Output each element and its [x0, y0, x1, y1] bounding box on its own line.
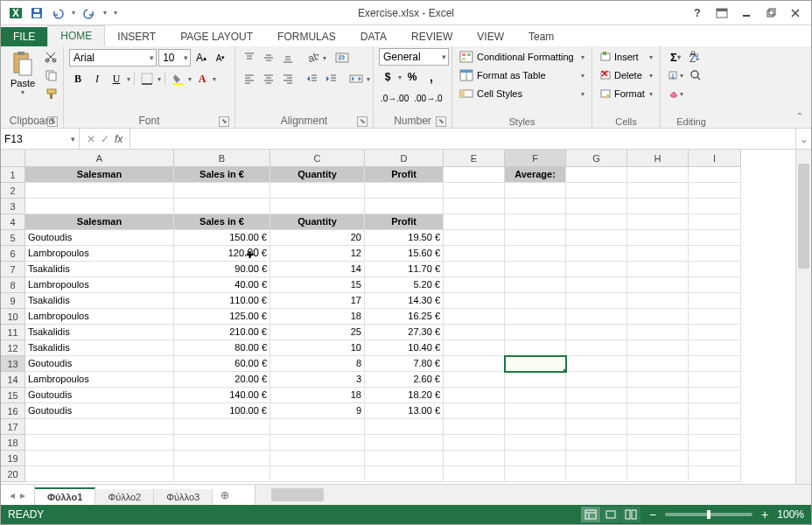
- row-header-16[interactable]: 16: [1, 403, 25, 419]
- cell-B10[interactable]: 125.00 €: [174, 309, 270, 325]
- collapse-ribbon-button[interactable]: ˆ: [792, 110, 808, 126]
- underline-button[interactable]: U: [108, 70, 125, 88]
- align-bottom-button[interactable]: [279, 49, 297, 66]
- cell-C3[interactable]: [270, 199, 365, 214]
- select-all-corner[interactable]: [1, 150, 25, 167]
- tab-formulas[interactable]: FORMULAS: [265, 27, 348, 46]
- cell-C13[interactable]: 8: [270, 356, 365, 372]
- row-header-4[interactable]: 4: [1, 214, 25, 230]
- cell-F16[interactable]: [505, 403, 566, 419]
- row-header-11[interactable]: 11: [1, 325, 25, 340]
- name-box[interactable]: F13▾: [1, 129, 80, 149]
- decrease-decimal-button[interactable]: .00→.0: [412, 89, 444, 107]
- format-painter-button[interactable]: [43, 85, 60, 102]
- excel-icon[interactable]: X: [6, 4, 25, 23]
- column-header-B[interactable]: B: [174, 150, 270, 167]
- fill-button[interactable]: ▾: [666, 66, 685, 84]
- cell-G1[interactable]: [566, 167, 627, 183]
- cut-button[interactable]: [43, 48, 60, 66]
- cell-A1[interactable]: Salesman: [25, 167, 174, 183]
- cell-A19[interactable]: [25, 451, 174, 466]
- cell-G16[interactable]: [566, 403, 627, 419]
- cell-D15[interactable]: 18.20 €: [365, 388, 444, 403]
- cell-F7[interactable]: [505, 262, 566, 277]
- cell-C18[interactable]: [270, 435, 365, 451]
- bold-button[interactable]: B: [69, 70, 87, 88]
- cell-H13[interactable]: [627, 356, 689, 372]
- cell-G2[interactable]: [566, 183, 627, 199]
- format-cells-button[interactable]: Format▾: [598, 85, 654, 102]
- cell-C8[interactable]: 15: [270, 277, 365, 293]
- normal-view-button[interactable]: [581, 507, 600, 522]
- row-header-3[interactable]: 3: [1, 199, 25, 214]
- column-header-H[interactable]: H: [627, 150, 689, 167]
- cell-H6[interactable]: [627, 246, 689, 262]
- cell-G20[interactable]: [566, 466, 627, 482]
- cell-F15[interactable]: [505, 388, 566, 403]
- cell-I14[interactable]: [689, 372, 741, 388]
- align-middle-button[interactable]: [260, 49, 277, 66]
- row-header-12[interactable]: 12: [1, 340, 25, 356]
- cell-D9[interactable]: 14.30 €: [365, 293, 444, 309]
- cell-H11[interactable]: [627, 325, 689, 340]
- cell-B2[interactable]: [174, 183, 270, 199]
- cell-A20[interactable]: [25, 466, 174, 482]
- cell-G17[interactable]: [566, 419, 627, 435]
- row-headers[interactable]: 1234567891011121314151617181920: [1, 167, 25, 484]
- cell-E3[interactable]: [444, 199, 505, 214]
- cells-area[interactable]: SalesmanSales in €QuantityProfitAverage:…: [25, 167, 795, 484]
- decrease-font-button[interactable]: A▾: [212, 49, 229, 66]
- cell-D13[interactable]: 7.80 €: [365, 356, 444, 372]
- sheet-prev-icon[interactable]: ◂: [10, 489, 15, 501]
- cell-I4[interactable]: [689, 214, 741, 230]
- cell-D3[interactable]: [365, 199, 444, 214]
- cell-G14[interactable]: [566, 372, 627, 388]
- sheet-tab-Φύλλο3[interactable]: Φύλλο3: [154, 489, 213, 505]
- italic-button[interactable]: I: [88, 70, 106, 88]
- cell-H12[interactable]: [627, 340, 689, 356]
- cell-H20[interactable]: [627, 466, 689, 482]
- cell-G13[interactable]: [566, 356, 627, 372]
- cell-E1[interactable]: [444, 167, 505, 183]
- cell-A4[interactable]: Salesman: [25, 214, 174, 230]
- cell-C5[interactable]: 20: [270, 230, 365, 246]
- font-dialog-launcher[interactable]: ⬊: [219, 116, 229, 127]
- cell-B14[interactable]: 20.00 €: [174, 372, 270, 388]
- cell-A5[interactable]: Goutoudis: [25, 230, 174, 246]
- cell-H2[interactable]: [627, 183, 689, 199]
- column-header-F[interactable]: F: [505, 150, 566, 167]
- cell-E11[interactable]: [444, 325, 505, 340]
- tab-review[interactable]: REVIEW: [399, 27, 465, 46]
- cell-I18[interactable]: [689, 435, 741, 451]
- cell-F2[interactable]: [505, 183, 566, 199]
- font-size-combo[interactable]: 10▾: [158, 49, 191, 66]
- cell-D5[interactable]: 19.50 €: [365, 230, 444, 246]
- add-sheet-button[interactable]: ⊕: [213, 485, 237, 505]
- cell-E2[interactable]: [444, 183, 505, 199]
- conditional-formatting-button[interactable]: Conditional Formatting▾: [458, 48, 586, 66]
- cell-C9[interactable]: 17: [270, 293, 365, 309]
- insert-cells-button[interactable]: Insert▾: [598, 48, 654, 66]
- cell-D18[interactable]: [365, 435, 444, 451]
- orientation-button[interactable]: ab: [304, 49, 321, 66]
- cell-G10[interactable]: [566, 309, 627, 325]
- cell-B3[interactable]: [174, 199, 270, 214]
- cell-C1[interactable]: Quantity: [270, 167, 365, 183]
- cell-A8[interactable]: Lambropoulos: [25, 277, 174, 293]
- sort-filter-button[interactable]: AZ: [687, 48, 704, 66]
- column-header-C[interactable]: C: [270, 150, 365, 167]
- cell-I12[interactable]: [689, 340, 741, 356]
- cell-B7[interactable]: 90.00 €: [174, 262, 270, 277]
- cell-F9[interactable]: [505, 293, 566, 309]
- accounting-format-button[interactable]: $: [379, 68, 396, 86]
- cell-A12[interactable]: Tsakalidis: [25, 340, 174, 356]
- cell-F18[interactable]: [505, 435, 566, 451]
- cell-D2[interactable]: [365, 183, 444, 199]
- cell-F19[interactable]: [505, 451, 566, 466]
- cell-I8[interactable]: [689, 277, 741, 293]
- cell-I17[interactable]: [689, 419, 741, 435]
- column-header-D[interactable]: D: [365, 150, 444, 167]
- cell-A17[interactable]: [25, 419, 174, 435]
- align-center-button[interactable]: [260, 70, 277, 88]
- row-header-8[interactable]: 8: [1, 277, 25, 293]
